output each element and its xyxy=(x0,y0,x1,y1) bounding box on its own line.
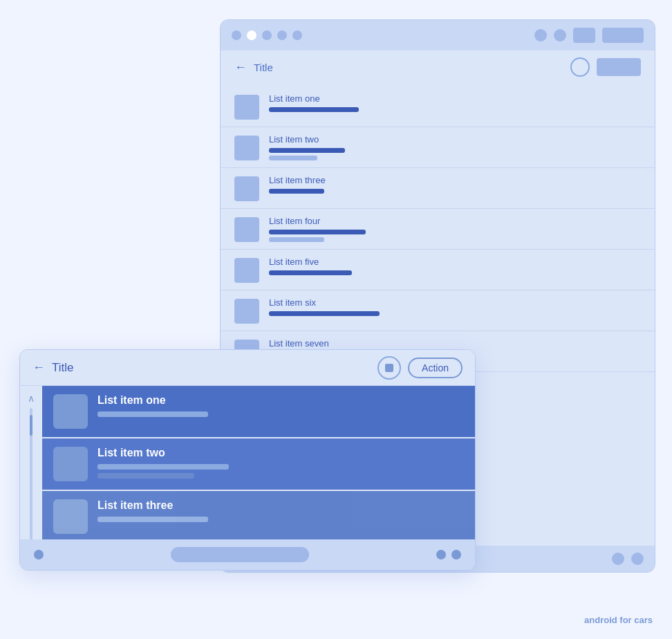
front-list-bar-secondary xyxy=(97,473,194,479)
tb-rect-btn[interactable] xyxy=(602,28,644,43)
front-list-title: List item three xyxy=(97,499,464,512)
front-list-bar-primary xyxy=(97,464,229,470)
list-item[interactable]: List item one xyxy=(221,86,655,127)
scroll-thumb xyxy=(30,415,32,436)
front-list-content: List item one xyxy=(97,394,464,420)
front-bottom-bar xyxy=(20,539,475,570)
front-list-bar-primary xyxy=(97,411,208,417)
list-item-bar-primary xyxy=(269,189,324,194)
dot-5 xyxy=(292,30,302,40)
list-item-bar-secondary xyxy=(269,156,317,160)
front-sq-button[interactable] xyxy=(377,356,401,380)
list-item-content: List item six xyxy=(269,297,641,319)
front-list-title: List item one xyxy=(97,394,464,407)
bb-back-dot-2 xyxy=(631,553,644,565)
front-list-item[interactable]: List item two xyxy=(42,438,475,491)
list-item-title: List item six xyxy=(269,297,641,308)
brand-name: android xyxy=(584,615,617,625)
tb-sq-btn[interactable] xyxy=(573,28,595,43)
front-list-bar-primary xyxy=(97,517,208,522)
list-item[interactable]: List item six xyxy=(221,290,655,331)
front-back-arrow-icon[interactable]: ← xyxy=(32,360,45,375)
front-window: ← Title Action ∧ ∨ List item one xyxy=(19,349,476,571)
list-item-title: List item two xyxy=(269,134,641,145)
list-item-title: List item five xyxy=(269,257,641,267)
list-item-bar-primary xyxy=(269,107,359,112)
back-app-bar: ← Title xyxy=(221,50,655,84)
tb-dot-right-2 xyxy=(554,29,566,41)
list-item[interactable]: List item two xyxy=(221,127,655,168)
list-item-thumbnail xyxy=(234,136,259,160)
back-app-title: Title xyxy=(254,62,273,73)
list-item-thumbnail xyxy=(234,258,259,283)
bottom-dots-right xyxy=(436,550,461,559)
front-list-thumbnail xyxy=(53,394,88,429)
front-list-thumbnail xyxy=(53,447,88,481)
bottom-dot-group xyxy=(34,550,44,559)
list-item-content: List item two xyxy=(269,134,641,160)
scroll-track xyxy=(30,408,32,548)
dot-1 xyxy=(232,30,241,40)
dot-4 xyxy=(277,30,287,40)
bottom-pill xyxy=(171,547,309,562)
bb-back-dot-1 xyxy=(612,553,624,565)
title-bar-right xyxy=(534,28,644,43)
back-ab-rect-btn[interactable] xyxy=(597,58,641,76)
dot-2 xyxy=(247,30,256,40)
list-item-thumbnail xyxy=(234,176,259,201)
list-item-content: List item four xyxy=(269,216,641,242)
front-app-bar-right: Action xyxy=(377,356,463,380)
list-item-thumbnail xyxy=(234,217,259,242)
front-sq-icon xyxy=(385,364,393,372)
list-item[interactable]: List item three xyxy=(221,168,655,209)
tb-dot-right-1 xyxy=(534,29,547,41)
front-app-bar: ← Title Action xyxy=(20,350,475,386)
list-item-bar-primary xyxy=(269,311,380,316)
scroll-up-icon[interactable]: ∧ xyxy=(28,393,35,404)
list-item[interactable]: List item four xyxy=(221,209,655,250)
front-list-thumbnail xyxy=(53,499,88,534)
list-item-title: List item four xyxy=(269,216,641,226)
brand-label: android for cars xyxy=(584,615,653,625)
os-title-bar xyxy=(221,20,655,50)
front-list-title: List item two xyxy=(97,447,464,459)
list-item-title: List item three xyxy=(269,175,641,185)
list-item-bar-primary xyxy=(269,230,366,234)
front-app-title: Title xyxy=(52,361,74,375)
back-ab-sq-btn[interactable] xyxy=(570,57,590,77)
front-list-item[interactable]: List item one xyxy=(42,386,475,438)
front-list-content: List item three xyxy=(97,499,464,526)
list-item-content: List item one xyxy=(269,93,641,115)
front-list-content: List item two xyxy=(97,447,464,479)
list-item-content: List item five xyxy=(269,257,641,278)
back-list: List item one List item two List item th… xyxy=(221,84,655,375)
front-list-item[interactable]: List item three xyxy=(42,491,475,544)
list-item-bar-primary xyxy=(269,148,345,153)
back-app-bar-right xyxy=(570,57,641,77)
bottom-dot-right-1 xyxy=(436,550,446,559)
list-item-title: List item one xyxy=(269,93,641,104)
list-item-content: List item three xyxy=(269,175,641,196)
dot-3 xyxy=(262,30,272,40)
list-item-bar-secondary xyxy=(269,237,324,242)
action-button[interactable]: Action xyxy=(408,358,463,378)
bottom-dot-right-2 xyxy=(451,550,461,559)
list-item-title: List item seven xyxy=(269,338,641,349)
bottom-dot-1 xyxy=(34,550,44,559)
back-arrow-icon[interactable]: ← xyxy=(234,60,247,75)
list-item-bar-primary xyxy=(269,270,352,275)
list-item-thumbnail xyxy=(234,95,259,120)
title-bar-dots xyxy=(232,30,302,40)
brand-suffix: for cars xyxy=(617,615,653,625)
list-item[interactable]: List item five xyxy=(221,250,655,290)
list-item-thumbnail xyxy=(234,299,259,324)
